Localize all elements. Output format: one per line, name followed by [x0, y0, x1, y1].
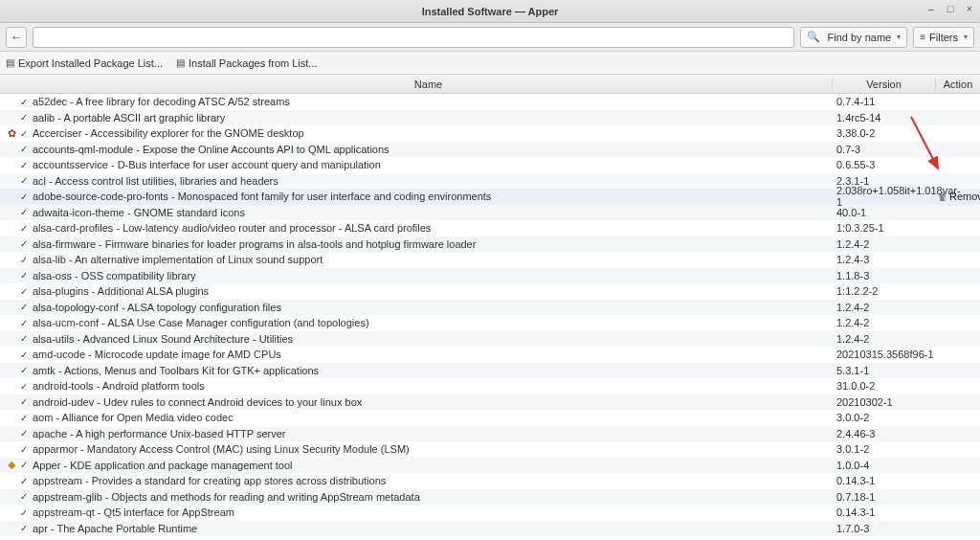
table-row[interactable]: ✓alsa-card-profiles - Low-latency audio/…: [0, 220, 980, 236]
table-row[interactable]: ✓android-tools - Android platform tools3…: [0, 378, 980, 394]
checkmark-icon: ✓: [17, 491, 31, 502]
checkmark-icon: ✓: [17, 333, 31, 344]
column-header-version[interactable]: Version: [833, 79, 936, 90]
table-row[interactable]: ✓alsa-utils - Advanced Linux Sound Archi…: [0, 331, 980, 348]
maximize-icon[interactable]: □: [944, 3, 957, 14]
package-version: 1.2.4-2: [833, 302, 936, 313]
table-row[interactable]: ✓alsa-plugins - Additional ALSA plugins1…: [0, 283, 980, 300]
export-list-button[interactable]: ▤ Export Installed Package List...: [6, 57, 163, 69]
package-version: 0.14.3-1: [833, 475, 936, 486]
chevron-down-icon: ▾: [897, 33, 901, 41]
package-name: accountsservice - D-Bus interface for us…: [31, 159, 833, 170]
table-row[interactable]: ✓adwaita-icon-theme - GNOME standard ico…: [0, 205, 980, 221]
package-version: 0.7-3: [833, 144, 936, 155]
checkmark-icon: ✓: [17, 396, 31, 407]
column-header-name[interactable]: Name: [25, 79, 833, 90]
table-row[interactable]: ✓alsa-firmware - Firmware binaries for l…: [0, 236, 980, 253]
table-row[interactable]: ✓a52dec - A free library for decoding AT…: [0, 94, 980, 110]
table-row[interactable]: ✓appstream-glib - Objects and methods fo…: [0, 489, 980, 506]
table-row[interactable]: ✓appstream - Provides a standard for cre…: [0, 473, 980, 489]
package-name: apache - A high performance Unix-based H…: [31, 428, 833, 439]
action-bar: ▤ Export Installed Package List... ▤ Ins…: [0, 52, 980, 75]
checkmark-icon: ✓: [17, 144, 31, 154]
table-row[interactable]: ✓aalib - A portable ASCII art graphic li…: [0, 110, 980, 126]
table-row[interactable]: ✓alsa-topology-conf - ALSA topology conf…: [0, 300, 980, 316]
package-name: alsa-oss - OSS compatibility library: [31, 270, 833, 281]
table-row[interactable]: ◆✓Apper - KDE application and package ma…: [0, 458, 980, 474]
table-row[interactable]: ✓accountsservice - D-Bus interface for u…: [0, 157, 980, 173]
checkmark-icon: ✓: [17, 302, 31, 312]
table-row[interactable]: ✓accounts-qml-module - Expose the Online…: [0, 142, 980, 158]
package-version: 0.14.3-1: [833, 506, 936, 518]
table-row[interactable]: ✓amd-ucode - Microcode update image for …: [0, 347, 980, 363]
package-version: 1.7.0-3: [833, 523, 936, 534]
table-row[interactable]: ✓aom - Alliance for Open Media video cod…: [0, 410, 980, 426]
package-action[interactable]: 🗑Remove: [936, 191, 980, 202]
checkmark-icon: ✓: [17, 318, 31, 328]
package-version: 1:0.3.25-1: [833, 222, 936, 234]
package-version: 2.4.46-3: [833, 428, 936, 439]
package-version: 0.6.55-3: [833, 159, 936, 170]
search-input[interactable]: [33, 27, 794, 48]
checkmark-icon: ✓: [17, 160, 31, 170]
checkmark-icon: ✓: [17, 428, 31, 439]
package-name: adobe-source-code-pro-fonts - Monospaced…: [31, 191, 833, 202]
table-row[interactable]: ✓alsa-lib - An alternative implementatio…: [0, 252, 980, 268]
package-name: adwaita-icon-theme - GNOME standard icon…: [31, 207, 833, 218]
package-version: 3.38.0-2: [833, 127, 936, 139]
package-name: alsa-lib - An alternative implementation…: [31, 254, 833, 265]
package-name: appstream-qt - Qt5 interface for AppStre…: [31, 506, 833, 518]
table-row[interactable]: ✓alsa-ucm-conf - ALSA Use Case Manager c…: [0, 315, 980, 331]
table-row[interactable]: ✓amtk - Actions, Menus and Toolbars Kit …: [0, 363, 980, 379]
back-button[interactable]: ←: [6, 27, 27, 48]
checkmark-icon: ✓: [17, 286, 31, 297]
close-icon[interactable]: ×: [963, 3, 976, 14]
package-name: accounts-qml-module - Expose the Online …: [31, 144, 833, 155]
remove-label: Remove: [949, 191, 980, 202]
package-name: alsa-card-profiles - Low-latency audio/v…: [31, 222, 833, 234]
table-row[interactable]: ✓android-udev - Udev rules to connect An…: [0, 394, 980, 411]
import-icon: ▤: [176, 57, 185, 68]
package-version: 2.038ro+1.058it+1.018var-1: [833, 185, 936, 208]
checkmark-icon: ✓: [17, 460, 31, 470]
table-row[interactable]: ✓apparmor - Mandatory Access Control (MA…: [0, 441, 980, 458]
window-title: Installed Software — Apper: [422, 6, 559, 17]
app-icon: ✿: [6, 127, 17, 140]
package-version: 31.0.0-2: [833, 380, 936, 392]
package-name: alsa-firmware - Firmware binaries for lo…: [31, 238, 833, 250]
package-version: 40.0-1: [833, 207, 936, 218]
package-name: aom - Alliance for Open Media video code…: [31, 412, 833, 423]
package-version: 1.2.4-2: [833, 333, 936, 345]
package-version: 3.0.1-2: [833, 443, 936, 455]
checkmark-icon: ✓: [17, 223, 31, 234]
package-name: android-udev - Udev rules to connect And…: [31, 396, 833, 408]
table-row[interactable]: ✓apr - The Apache Portable Runtime1.7.0-…: [0, 521, 980, 537]
checkmark-icon: ✓: [17, 191, 31, 202]
package-version: 1.2.4-2: [833, 317, 936, 328]
install-from-list-button[interactable]: ▤ Install Packages from List...: [176, 57, 318, 69]
checkmark-icon: ✓: [17, 507, 31, 518]
install-label: Install Packages from List...: [189, 57, 318, 69]
package-version: 20210302-1: [833, 396, 936, 408]
window-controls: – □ ×: [924, 3, 976, 14]
table-row[interactable]: ✓alsa-oss - OSS compatibility library1.1…: [0, 268, 980, 284]
checkmark-icon: ✓: [17, 349, 31, 360]
package-list[interactable]: ✓a52dec - A free library for decoding AT…: [0, 94, 980, 540]
package-name: Accerciser - Accessibility explorer for …: [31, 127, 833, 139]
package-name: acl - Access control list utilities, lib…: [31, 175, 833, 187]
filters-dropdown[interactable]: ≡ Filters ▾: [913, 27, 974, 48]
export-icon: ▤: [6, 57, 14, 68]
table-row[interactable]: ✓appstream-qt - Qt5 interface for AppStr…: [0, 505, 980, 521]
checkmark-icon: ✓: [17, 238, 31, 249]
table-row[interactable]: ✓apache - A high performance Unix-based …: [0, 426, 980, 442]
table-row[interactable]: ✓apr-util - The Apache Portable Runtime1…: [0, 536, 980, 540]
table-row[interactable]: ✿✓Accerciser - Accessibility explorer fo…: [0, 125, 980, 142]
table-row[interactable]: ✓adobe-source-code-pro-fonts - Monospace…: [0, 189, 980, 205]
checkmark-icon: ✓: [17, 381, 31, 392]
checkmark-icon: ✓: [17, 207, 31, 217]
minimize-icon[interactable]: –: [924, 3, 938, 14]
column-header-action[interactable]: Action: [936, 79, 980, 90]
toolbar: ← 🔍 Find by name ▾ ≡ Filters ▾: [0, 23, 980, 52]
checkmark-icon: ✓: [17, 413, 31, 423]
find-mode-dropdown[interactable]: 🔍 Find by name ▾: [800, 27, 908, 48]
